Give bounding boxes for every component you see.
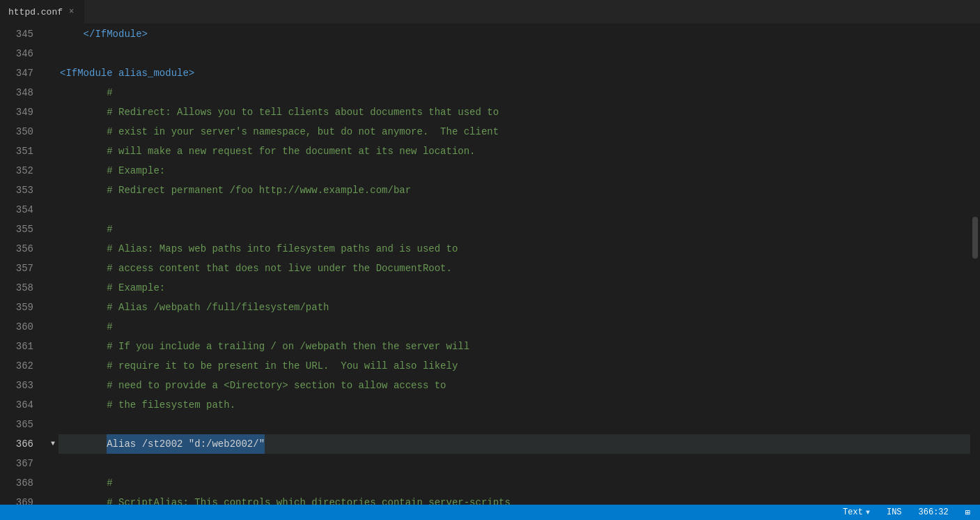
fold-arrow-icon[interactable] xyxy=(47,83,59,102)
line-text: # Alias /webpath /full/filesystem/path xyxy=(59,298,970,317)
code-line xyxy=(47,44,970,63)
code-line: </IfModule> xyxy=(47,24,970,44)
comment-text: # Example: xyxy=(60,282,165,293)
fold-arrow-icon[interactable] xyxy=(47,44,59,63)
code-line: ▼ Alias /st2002 "d:/web2002/" xyxy=(47,434,970,454)
fold-arrow-icon[interactable] xyxy=(47,63,59,83)
fold-arrow-icon[interactable] xyxy=(47,317,59,337)
tab-httpd-conf[interactable]: httpd.conf × xyxy=(0,0,85,24)
code-line: # xyxy=(47,83,970,102)
line-number: 345 xyxy=(0,24,33,44)
code-line: # exist in your server's namespace, but … xyxy=(47,122,970,142)
fold-arrow-icon[interactable] xyxy=(47,454,59,473)
line-text: # xyxy=(59,317,970,337)
code-line: # the filesystem path. xyxy=(47,395,970,415)
line-text: # exist in your server's namespace, but … xyxy=(59,122,970,142)
editor-area: 3453463473483493503513523533543553563573… xyxy=(0,24,980,505)
comment-text: # Alias /webpath /full/filesystem/path xyxy=(60,302,329,313)
line-text: # require it to be present in the URL. Y… xyxy=(59,356,970,376)
line-text: </IfModule> xyxy=(59,24,970,44)
code-line: # Example: xyxy=(47,278,970,298)
comment-text: # access content that does not live unde… xyxy=(60,263,452,274)
position-label: 366:32 xyxy=(919,507,949,517)
filetype-chevron: ▼ xyxy=(866,509,870,517)
code-content[interactable]: </IfModule> <IfModule alias_module> # # … xyxy=(42,24,970,505)
line-text: # If you include a trailing / on /webpat… xyxy=(59,337,970,356)
line-number: 362 xyxy=(0,356,33,376)
status-encoding[interactable]: INS xyxy=(884,505,905,520)
comment-text: # will make a new request for the docume… xyxy=(60,146,476,157)
fold-arrow-icon[interactable] xyxy=(47,395,59,415)
fold-arrow-icon[interactable] xyxy=(47,473,59,493)
fold-arrow-icon[interactable] xyxy=(47,220,59,239)
code-line xyxy=(47,415,970,434)
comment-text: # xyxy=(60,87,113,98)
fold-arrow-icon[interactable]: ▼ xyxy=(47,434,59,454)
code-line: # will make a new request for the docume… xyxy=(47,142,970,161)
status-filetype[interactable]: Text ▼ xyxy=(840,505,873,520)
fold-arrow-icon[interactable] xyxy=(47,161,59,181)
line-text: # need to provide a <Directory> section … xyxy=(59,376,970,395)
fold-arrow-icon[interactable] xyxy=(47,337,59,356)
encoding-label: INS xyxy=(887,507,902,517)
line-number: 350 xyxy=(0,122,33,142)
line-text: # xyxy=(59,83,970,102)
comment-text: # Redirect: Allows you to tell clients a… xyxy=(60,107,499,118)
tag-text: <IfModule alias_module> xyxy=(60,68,194,79)
line-number: 365 xyxy=(0,415,33,434)
comment-text: # Example: xyxy=(60,165,165,176)
scrollbar-thumb[interactable] xyxy=(972,217,978,259)
tag-text: </IfModule> xyxy=(60,29,148,40)
code-line: <IfModule alias_module> xyxy=(47,63,970,83)
code-line: # Redirect: Allows you to tell clients a… xyxy=(47,102,970,122)
status-remote[interactable]: ⊞ xyxy=(963,505,973,520)
fold-arrow-icon[interactable] xyxy=(47,298,59,317)
fold-arrow-icon[interactable] xyxy=(47,278,59,298)
comment-text: # If you include a trailing / on /webpat… xyxy=(60,341,469,352)
comment-text: # the filesystem path. xyxy=(60,399,235,411)
line-number: 351 xyxy=(0,142,33,161)
line-number: 366 xyxy=(0,434,33,454)
fold-arrow-icon[interactable] xyxy=(47,24,59,44)
fold-arrow-icon[interactable] xyxy=(47,142,59,161)
line-text: # Example: xyxy=(59,278,970,298)
comment-text: # exist in your server's namespace, but … xyxy=(60,126,499,137)
line-number: 358 xyxy=(0,278,33,298)
comment-text: # Alias: Maps web paths into filesystem … xyxy=(60,243,458,254)
fold-arrow-icon[interactable] xyxy=(47,356,59,376)
comment-text: # Redirect permanent /foo http://www.exa… xyxy=(60,185,411,196)
line-number: 355 xyxy=(0,220,33,239)
line-text: # Redirect: Allows you to tell clients a… xyxy=(59,102,970,122)
scrollbar-track[interactable] xyxy=(970,24,980,505)
fold-arrow-icon[interactable] xyxy=(47,259,59,278)
line-text: <IfModule alias_module> xyxy=(59,63,970,83)
fold-arrow-icon[interactable] xyxy=(47,122,59,142)
fold-arrow-icon[interactable] xyxy=(47,102,59,122)
line-text: # will make a new request for the docume… xyxy=(59,142,970,161)
fold-arrow-icon[interactable] xyxy=(47,181,59,200)
fold-arrow-icon[interactable] xyxy=(47,376,59,395)
line-number: 354 xyxy=(0,200,33,220)
line-number: 368 xyxy=(0,473,33,493)
tab-close-button[interactable]: × xyxy=(67,6,76,18)
line-text: # Alias: Maps web paths into filesystem … xyxy=(59,239,970,259)
fold-arrow-icon[interactable] xyxy=(47,200,59,220)
code-line: # xyxy=(47,220,970,239)
line-text: # Redirect permanent /foo http://www.exa… xyxy=(59,181,970,200)
status-position[interactable]: 366:32 xyxy=(916,505,951,520)
line-number: 347 xyxy=(0,63,33,83)
line-text: # Example: xyxy=(59,161,970,181)
comment-text: # require it to be present in the URL. Y… xyxy=(60,360,458,372)
line-number: 357 xyxy=(0,259,33,278)
line-number: 360 xyxy=(0,317,33,337)
code-line: # access content that does not live unde… xyxy=(47,259,970,278)
code-line: # If you include a trailing / on /webpat… xyxy=(47,337,970,356)
fold-arrow-icon[interactable] xyxy=(47,415,59,434)
status-bar: Text ▼ INS 366:32 ⊞ xyxy=(0,505,980,520)
code-line: # ScriptAlias: This controls which direc… xyxy=(47,493,970,505)
tab-bar: httpd.conf × xyxy=(0,0,980,24)
fold-arrow-icon[interactable] xyxy=(47,493,59,505)
fold-arrow-icon[interactable] xyxy=(47,239,59,259)
line-number: 367 xyxy=(0,454,33,473)
tab-filename: httpd.conf xyxy=(8,7,63,17)
